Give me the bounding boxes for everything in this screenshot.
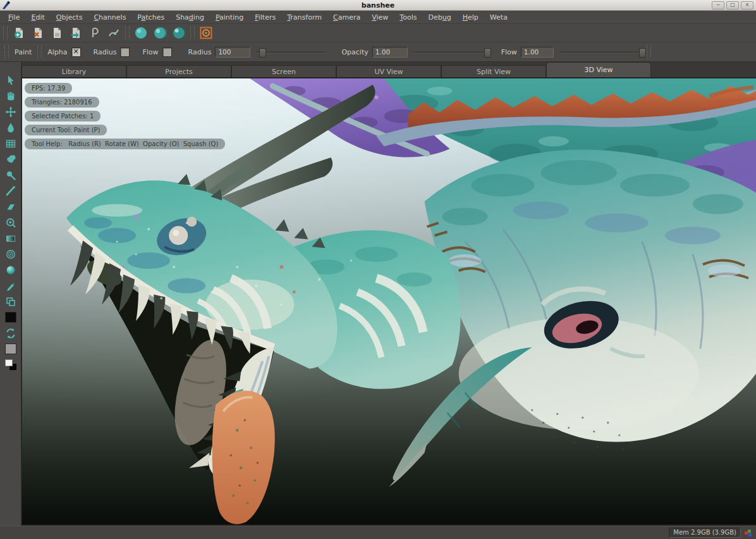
opacity-label: Opacity: [341, 48, 368, 56]
radius-slider[interactable]: [255, 47, 326, 57]
menu-camera[interactable]: Camera: [327, 13, 366, 22]
window-title: banshee: [0, 1, 756, 9]
hud-current-tool: Current Tool: Paint (P): [25, 125, 107, 135]
import-object-icon[interactable]: [68, 25, 83, 40]
opacity-slider[interactable]: [413, 47, 490, 57]
menu-bar: FileEditObjectsChannelsPatchesShadingPai…: [0, 11, 756, 24]
viewport-3d[interactable]: FPS: 17.39Triangles: 2180916Selected Pat…: [21, 77, 756, 526]
opacity-field[interactable]: 1.00: [372, 47, 408, 58]
tab-library[interactable]: Library: [21, 65, 126, 77]
menu-channels[interactable]: Channels: [88, 13, 131, 22]
menu-debug[interactable]: Debug: [422, 13, 456, 22]
pencil-icon[interactable]: [3, 278, 19, 294]
memory-status: Mem 2.9GB (3.9GB): [669, 528, 741, 538]
pin-icon[interactable]: [3, 167, 19, 183]
tool-column: [0, 62, 21, 526]
radius-field[interactable]: 100: [215, 47, 250, 58]
toolbar-drag-handle[interactable]: [37, 46, 42, 58]
menu-patches[interactable]: Patches: [131, 13, 170, 22]
hud-triangles: Triangles: 2180916: [25, 97, 99, 108]
new-project-icon[interactable]: [11, 25, 27, 40]
menu-weta[interactable]: Weta: [484, 13, 513, 22]
menu-shading[interactable]: Shading: [170, 13, 210, 22]
hud-fps: FPS: 17.39: [25, 83, 72, 94]
toolbar-drag-handle[interactable]: [4, 46, 9, 58]
tab-screen[interactable]: Screen: [231, 65, 336, 77]
menu-help[interactable]: Help: [457, 13, 484, 22]
shading-full-sphere-icon[interactable]: [171, 25, 186, 40]
tab-split-view[interactable]: Split View: [441, 65, 546, 77]
hud-tool-help: Tool Help: Radius (R) Rotate (W) Opacity…: [25, 139, 225, 149]
gradient-icon[interactable]: [3, 230, 19, 246]
app-window: banshee −□× FileEditObjectsChannelsPatch…: [0, 0, 756, 539]
menu-filters[interactable]: Filters: [249, 13, 281, 22]
pan-hand-icon[interactable]: [3, 88, 19, 104]
radius-label: Radius: [188, 48, 212, 56]
maximize-button[interactable]: □: [726, 1, 739, 9]
toolbar-drag-handle[interactable]: [125, 27, 130, 39]
toolbar-drag-handle[interactable]: [190, 27, 195, 39]
opacity-slider-handle[interactable]: [484, 48, 491, 58]
flow-slider[interactable]: [559, 47, 645, 57]
menu-view[interactable]: View: [366, 13, 394, 22]
alpha-checkbox[interactable]: ✕: [71, 47, 81, 57]
close-button[interactable]: ×: [741, 1, 753, 9]
hud-selected-patches: Selected Patches: 1: [25, 111, 101, 121]
clone-patch-icon[interactable]: [3, 294, 19, 309]
menu-objects[interactable]: Objects: [51, 13, 88, 22]
shading-basic-sphere-icon[interactable]: [152, 25, 168, 40]
tab-projects[interactable]: Projects: [126, 65, 231, 77]
tab-uv-view[interactable]: UV View: [336, 65, 441, 77]
radius-jitter-label: Radius: [94, 48, 117, 56]
menu-edit[interactable]: Edit: [25, 13, 50, 22]
menu-tools[interactable]: Tools: [394, 13, 422, 22]
menu-painting[interactable]: Painting: [210, 13, 249, 22]
shading-flat-sphere-icon[interactable]: [133, 25, 149, 40]
eraser-icon[interactable]: [3, 199, 19, 214]
view-tabs: LibraryProjectsScreenUV ViewSplit View3D…: [21, 62, 756, 77]
flow-jitter-checkbox[interactable]: [162, 47, 172, 57]
zoom-region-icon[interactable]: [3, 214, 19, 230]
toolbar-drag-handle[interactable]: [3, 27, 8, 39]
view-area: LibraryProjectsScreenUV ViewSplit View3D…: [21, 62, 756, 526]
move-icon[interactable]: [3, 104, 19, 120]
window-controls: −□×: [712, 1, 756, 9]
title-bar[interactable]: banshee −□×: [0, 0, 756, 11]
smudge-icon[interactable]: [3, 151, 19, 167]
paint-property-bar: Paint Alpha ✕ Radius Flow Radius 100 Opa…: [0, 42, 756, 62]
foreground-color-swatch[interactable]: [3, 309, 19, 325]
soft-brush-icon[interactable]: [3, 246, 19, 262]
paint-drop-icon[interactable]: [3, 120, 19, 135]
vector-brush-icon[interactable]: [106, 25, 121, 40]
alpha-label: Alpha: [47, 48, 67, 56]
flow-slider-handle[interactable]: [639, 48, 646, 58]
select-icon[interactable]: [3, 72, 19, 88]
close-project-icon[interactable]: [30, 25, 46, 40]
sphere-brush-icon[interactable]: [3, 262, 19, 278]
projection-target-icon[interactable]: [198, 25, 214, 40]
current-tool-label: Paint: [15, 48, 32, 56]
main-toolbar: [0, 24, 756, 42]
tab-3d-view[interactable]: 3D View: [546, 62, 651, 77]
flow-label: Flow: [501, 48, 517, 56]
swap-colors-icon[interactable]: [3, 325, 19, 341]
radius-slider-handle[interactable]: [259, 48, 266, 58]
menu-transform[interactable]: Transform: [281, 13, 327, 22]
paint-through-icon[interactable]: [87, 25, 102, 40]
minimize-button[interactable]: −: [712, 1, 724, 9]
reset-colors-icon[interactable]: [3, 357, 19, 373]
toolbar-drag-handle[interactable]: [647, 46, 651, 58]
color-status-icon: [745, 529, 752, 536]
background-color-swatch[interactable]: [3, 341, 19, 357]
flow-field[interactable]: 1.00: [521, 47, 554, 58]
stroke-icon[interactable]: [3, 183, 19, 199]
main-area: LibraryProjectsScreenUV ViewSplit View3D…: [0, 62, 756, 526]
mesh-icon[interactable]: [3, 135, 19, 151]
radius-jitter-checkbox[interactable]: [120, 47, 130, 57]
menu-file[interactable]: File: [3, 13, 25, 22]
hud: FPS: 17.39Triangles: 2180916Selected Pat…: [25, 83, 225, 152]
flow-jitter-label: Flow: [142, 48, 158, 56]
status-bar: Mem 2.9GB (3.9GB): [0, 526, 756, 539]
save-project-icon[interactable]: [49, 25, 64, 40]
